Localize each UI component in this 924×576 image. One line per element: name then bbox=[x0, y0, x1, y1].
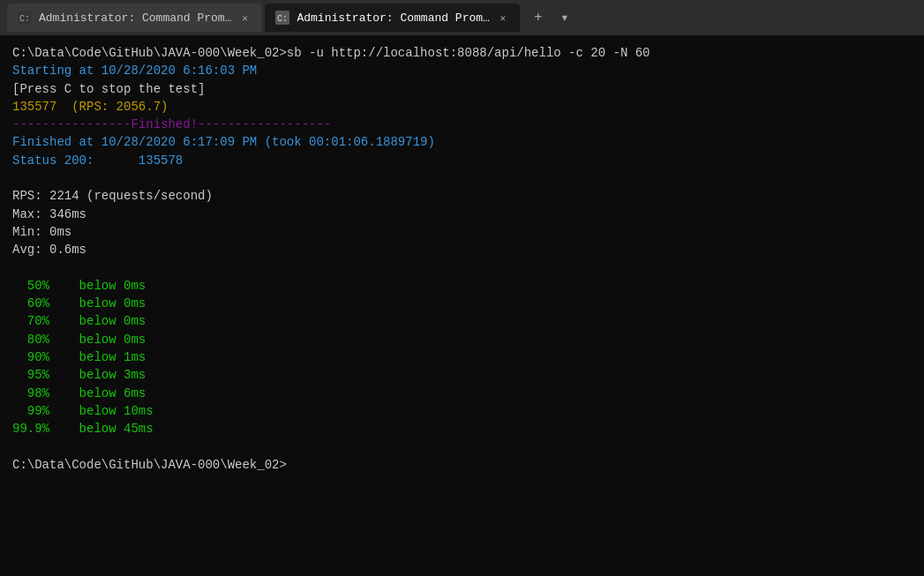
tab-2-label: Administrator: Command Prom… bbox=[297, 11, 489, 25]
p95-line: 95% below 3ms bbox=[12, 366, 912, 384]
max-line: Max: 346ms bbox=[12, 206, 912, 223]
status-line: Status 200: 135578 bbox=[12, 152, 912, 169]
terminal: C:\Data\Code\GitHub\JAVA-000\Week_02>sb … bbox=[0, 35, 924, 576]
tab-1[interactable]: C: Administrator: Command Prom… ✕ bbox=[7, 4, 261, 32]
tab-1-label: Administrator: Command Prom… bbox=[39, 11, 231, 25]
avg-line: Avg: 0.6ms bbox=[12, 241, 912, 258]
tab-2-close[interactable]: ✕ bbox=[497, 11, 509, 24]
finished-separator: ----------------Finished!---------------… bbox=[12, 116, 912, 133]
tab-1-icon: C: bbox=[18, 11, 32, 25]
blank2 bbox=[12, 259, 912, 277]
p50-line: 50% below 0ms bbox=[12, 277, 912, 295]
command-line: C:\Data\Code\GitHub\JAVA-000\Week_02>sb … bbox=[12, 44, 912, 62]
finished-line: Finished at 10/28/2020 6:17:09 PM (took … bbox=[12, 133, 912, 151]
dropdown-button[interactable]: ▾ bbox=[553, 6, 576, 29]
p90-line: 90% below 1ms bbox=[12, 348, 912, 366]
tab-1-close[interactable]: ✕ bbox=[238, 11, 251, 24]
blank3 bbox=[12, 438, 912, 456]
prompt-line: C:\Data\Code\GitHub\JAVA-000\Week_02> bbox=[12, 456, 912, 474]
rps-live-line: 135577 (RPS: 2056.7) bbox=[12, 98, 912, 116]
tab-2[interactable]: C: Administrator: Command Prom… ✕ bbox=[265, 4, 519, 32]
rps-line: RPS: 2214 (requests/second) bbox=[12, 187, 912, 205]
starting-line: Starting at 10/28/2020 6:16:03 PM bbox=[12, 62, 912, 79]
p60-line: 60% below 0ms bbox=[12, 295, 912, 312]
titlebar: C: Administrator: Command Prom… ✕ C: Adm… bbox=[0, 0, 924, 35]
blank1 bbox=[12, 169, 912, 187]
svg-text:C:: C: bbox=[19, 14, 30, 24]
p99-line: 99% below 10ms bbox=[12, 402, 912, 420]
p80-line: 80% below 0ms bbox=[12, 331, 912, 348]
p98-line: 98% below 6ms bbox=[12, 385, 912, 402]
add-tab-button[interactable]: + bbox=[527, 6, 550, 29]
press-line: [Press C to stop the test] bbox=[12, 80, 912, 98]
tab-2-icon: C: bbox=[275, 11, 289, 25]
svg-text:C:: C: bbox=[277, 14, 288, 24]
min-line: Min: 0ms bbox=[12, 223, 912, 241]
p999-line: 99.9% below 45ms bbox=[12, 420, 912, 438]
p70-line: 70% below 0ms bbox=[12, 312, 912, 330]
